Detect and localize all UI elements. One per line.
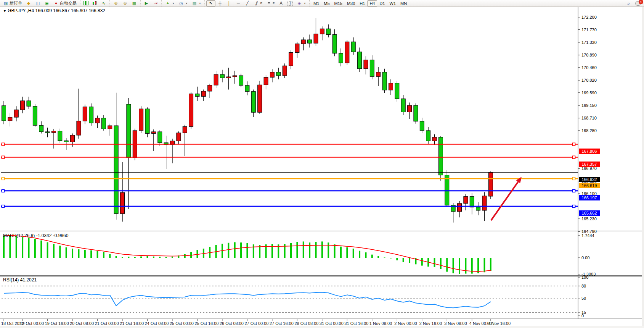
signal-button[interactable]: ◉	[42, 0, 51, 6]
svg-text:100: 100	[581, 275, 588, 280]
text-button[interactable]: A	[276, 0, 286, 6]
text-label-button[interactable]: T	[286, 0, 295, 6]
accounts-icon: ◫	[35, 1, 40, 6]
chart-title: ▼ GBPJPY-,H4 166.009 166.867 165.907 166…	[3, 8, 105, 13]
svg-text:168.280: 168.280	[581, 128, 597, 133]
indicators-button[interactable]: +▼	[163, 0, 177, 6]
zoom-in-button[interactable]: ⊕	[111, 0, 120, 6]
svg-text:31 Oct 16:00: 31 Oct 16:00	[344, 321, 368, 326]
autotrade-label: 自动交易	[60, 0, 77, 6]
svg-text:27 Oct 00:00: 27 Oct 00:00	[244, 321, 268, 326]
timeframe-m5-button[interactable]: M5	[321, 0, 332, 6]
drawing-group: ↖ ┼ │ ─ ╱ ∥E ≡F A T ◈▼	[204, 0, 309, 7]
price-line-badge: 165.662	[579, 210, 600, 216]
chart-collapse-icon[interactable]: ▼	[3, 9, 6, 13]
svg-text:24 Oct 08:00: 24 Oct 08:00	[145, 321, 169, 326]
new-order-label: 新订单	[10, 0, 22, 6]
svg-text:26 Oct 08:00: 26 Oct 08:00	[220, 321, 244, 326]
svg-text:4 Nov 16:00: 4 Nov 16:00	[488, 321, 511, 326]
fibonacci-button[interactable]: ≡F	[264, 0, 276, 6]
arrows-button[interactable]: ◈▼	[295, 0, 308, 6]
auto-scroll-icon: ▶	[144, 1, 149, 6]
periods-button[interactable]: ◷▼	[177, 0, 190, 6]
svg-text:1 Nov 08:00: 1 Nov 08:00	[369, 321, 392, 326]
price-line-badge: 166.832	[579, 177, 600, 182]
search-icon: ⌕	[626, 1, 631, 6]
svg-text:2 Nov 16:00: 2 Nov 16:00	[419, 321, 442, 326]
templates-caret-icon: ▼	[199, 2, 201, 5]
vertical-line-button[interactable]: │	[225, 0, 234, 6]
trendline-button[interactable]: ╱	[243, 0, 252, 6]
indicators-caret-icon: ▼	[172, 2, 175, 5]
tile-windows-icon: ▦	[132, 1, 137, 6]
window-right-edge	[642, 7, 644, 328]
svg-text:28 Oct 08:00: 28 Oct 08:00	[294, 321, 318, 326]
right-tools-group: ⌕ 1	[623, 0, 644, 7]
svg-text:21 Oct 00:00: 21 Oct 00:00	[95, 321, 119, 326]
timeframe-d1-button[interactable]: D1	[377, 0, 387, 6]
new-order-button[interactable]: ▤+ 新订单	[1, 0, 24, 6]
zoom-group: ⊕ ⊖ ▦	[109, 0, 140, 7]
arrows-caret-icon: ▼	[304, 2, 306, 5]
scroll-group: ▶ ⇥	[140, 0, 161, 7]
timeframe-w1-button[interactable]: W1	[387, 0, 398, 6]
svg-text:0.00: 0.00	[581, 255, 589, 260]
history-button[interactable]: ◆	[24, 0, 33, 6]
timeframe-m30-button[interactable]: M30	[345, 0, 357, 6]
signal-icon: ◉	[44, 1, 50, 6]
price-line-badge: 166.619	[579, 183, 600, 188]
chart-shift-button[interactable]: ⇥	[151, 0, 160, 6]
timeframe-m1-button[interactable]: M1	[311, 0, 321, 6]
cursor-button[interactable]: ↖	[206, 0, 215, 6]
zoom-out-icon: ⊖	[122, 1, 128, 6]
zoom-out-button[interactable]: ⊖	[120, 0, 130, 6]
chart-canvas[interactable]: 172.200171.770171.330170.890170.460170.0…	[0, 7, 644, 328]
chart-area[interactable]: 172.200171.770171.330170.890170.460170.0…	[0, 7, 644, 328]
svg-text:19 Oct 00:00: 19 Oct 00:00	[20, 321, 44, 326]
rsi-label: RSI(14) 41.2021	[3, 277, 37, 283]
chart-shift-icon: ⇥	[153, 1, 158, 6]
periods-icon: ◷	[178, 1, 184, 6]
timeframe-mn-button[interactable]: MN	[398, 0, 409, 6]
window-bottom-edge	[0, 326, 644, 328]
svg-text:20 Oct 08:00: 20 Oct 08:00	[70, 321, 94, 326]
svg-text:25 Oct 00:00: 25 Oct 00:00	[170, 321, 194, 326]
symbol-period-label: GBPJPY-,H4	[8, 8, 34, 13]
macd-label: MACD(12,26,9) -1.0342 -0.9960	[3, 233, 68, 238]
crosshair-button[interactable]: ┼	[215, 0, 225, 6]
channel-button[interactable]: ∥E	[252, 0, 264, 6]
price-line-badge: 167.806	[579, 149, 600, 154]
templates-icon: ▤	[192, 1, 197, 6]
candles-chart-icon	[92, 1, 97, 6]
notification-badge: 1	[639, 0, 643, 4]
periods-caret-icon: ▼	[185, 2, 188, 5]
indicators-icon: +	[165, 1, 170, 6]
line-chart-button[interactable]: ∿	[99, 0, 108, 6]
mt4-window: ▤+ 新订单 ◆ ◫ ◉ ● 自动交易 ∿ ⊕ ⊖ ▦	[0, 0, 644, 328]
horizontal-line-button[interactable]: ─	[234, 0, 243, 6]
bars-chart-button[interactable]	[82, 0, 90, 6]
arrows-icon: ◈	[297, 1, 302, 6]
accounts-button[interactable]: ◫	[33, 0, 42, 6]
notifications-button[interactable]: 1	[633, 0, 643, 6]
svg-text:80: 80	[581, 284, 586, 288]
timeframe-h1-button[interactable]: H1	[357, 0, 367, 6]
text-label-icon: T	[287, 1, 293, 6]
timeframe-m15-button[interactable]: M15	[332, 0, 345, 6]
autotrade-icon: ●	[53, 1, 59, 6]
templates-button[interactable]: ▤▼	[190, 0, 203, 6]
timeframe-h4-button[interactable]: H4	[367, 0, 377, 6]
svg-text:3 Nov 08:00: 3 Nov 08:00	[444, 321, 467, 326]
ohlc-readout: 166.009 166.867 165.907 166.832	[35, 8, 106, 13]
autotrade-button[interactable]: ● 自动交易	[51, 0, 79, 6]
auto-scroll-button[interactable]: ▶	[142, 0, 151, 6]
vertical-line-icon: │	[226, 1, 232, 6]
svg-text:50: 50	[581, 296, 586, 301]
trendline-icon: ╱	[245, 1, 250, 6]
line-chart-icon: ∿	[101, 1, 106, 6]
svg-text:165.230: 165.230	[581, 217, 597, 221]
candles-chart-button[interactable]	[90, 0, 99, 6]
svg-text:171.770: 171.770	[581, 27, 597, 32]
search-button[interactable]: ⌕	[624, 0, 633, 6]
tile-windows-button[interactable]: ▦	[130, 0, 139, 6]
